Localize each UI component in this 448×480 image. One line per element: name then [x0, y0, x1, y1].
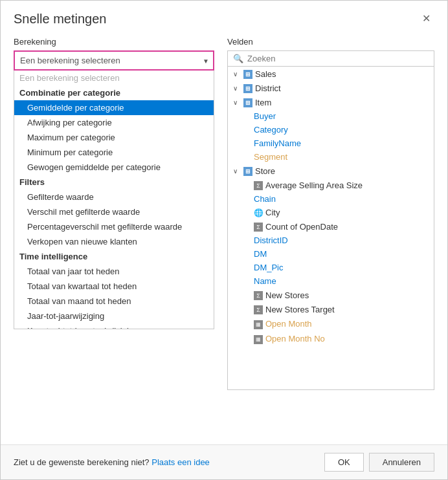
tree-label: FamilyName [254, 138, 301, 148]
tree-label: Category [254, 125, 288, 135]
list-item[interactable]: Minimum per categorie [14, 145, 214, 160]
tree-item[interactable]: ∨⊞Store [228, 164, 434, 178]
sigma-icon: Σ [254, 290, 263, 300]
tree-label: Open Month No [265, 334, 325, 344]
list-item[interactable]: Maximum per categorie [14, 130, 214, 145]
tree-label: DistrictID [254, 235, 288, 245]
tree-item[interactable]: 🌐City [228, 206, 434, 219]
list-item[interactable]: Totaal van maand tot heden [14, 294, 214, 309]
tree-label: Segment [254, 152, 287, 162]
tree-item[interactable]: ∨⊞Sales [228, 67, 434, 81]
list-item[interactable]: Jaar-tot-jaarwijziging [14, 309, 214, 323]
footer-link[interactable]: Plaats een idee [151, 457, 210, 467]
tree-label: Buyer [254, 111, 276, 121]
list-item[interactable]: Gemiddelde per categorie [14, 100, 214, 115]
list-item[interactable]: Afwijking per categorie [14, 115, 214, 130]
tree-item[interactable]: ∨⊞District [228, 81, 434, 95]
tree-item[interactable]: FamilyName [228, 136, 434, 150]
table-icon: ⊞ [243, 166, 252, 176]
tree-item[interactable]: ΣNew Stores [228, 288, 434, 302]
tree-item[interactable]: DM_Pic [228, 261, 434, 274]
tree-label: DM_Pic [254, 263, 284, 272]
tree-label: Open Month [265, 319, 312, 329]
tree-label: New Stores Target [265, 305, 335, 314]
tree-label: Chain [254, 194, 276, 204]
tree-label: DM [254, 249, 267, 259]
chevron-icon: ∨ [233, 71, 241, 78]
footer-text: Ziet u de gewenste berekening niet? Plaa… [14, 457, 210, 467]
tree-item[interactable]: ▦Open Month No [228, 331, 434, 346]
dialog-title: Snelle metingen [14, 12, 106, 27]
tree-item[interactable]: DM [228, 247, 434, 261]
search-input[interactable] [247, 54, 429, 63]
tree-item[interactable]: DistrictID [228, 234, 434, 247]
list-item: Een berekening selecteren [14, 71, 214, 85]
tree-label: Average Selling Area Size [265, 180, 363, 190]
dialog-header: Snelle metingen ✕ [1, 1, 447, 32]
tree-label: New Stores [265, 290, 309, 300]
close-button[interactable]: ✕ [418, 11, 434, 27]
list-item[interactable]: Gewogen gemiddelde per categorie [14, 160, 214, 175]
table-icon: ⊞ [243, 97, 252, 107]
fields-tree[interactable]: ∨⊞Sales∨⊞District∨⊞ItemBuyerCategoryFami… [227, 67, 434, 390]
tree-item[interactable]: ΣCount of OpenDate [228, 219, 434, 234]
right-panel: Velden 🔍 ∨⊞Sales∨⊞District∨⊞ItemBuyerCat… [227, 37, 434, 434]
chevron-icon: ∨ [233, 168, 241, 175]
berekening-list[interactable]: Een berekening selecterenCombinatie per … [14, 71, 214, 329]
tree-item[interactable]: Name [228, 274, 434, 288]
search-box: 🔍 [227, 50, 434, 67]
list-item[interactable]: Verschil met gefilterde waarde [14, 204, 214, 219]
sigma-icon: Σ [254, 221, 263, 232]
dialog: Snelle metingen ✕ Berekening Een bereken… [0, 0, 448, 480]
dialog-body: Berekening Een berekening selecteren ▼ E… [1, 32, 447, 444]
list-item[interactable]: Kwartaal-tot-kwartaalwijziging [14, 323, 214, 329]
dialog-footer: Ziet u de gewenste berekening niet? Plaa… [1, 444, 447, 479]
search-icon: 🔍 [233, 54, 243, 63]
footer-buttons: OK Annuleren [324, 453, 434, 472]
tree-label: Store [255, 166, 275, 176]
berekening-label: Berekening [14, 37, 214, 47]
tree-label: Item [255, 98, 271, 107]
list-item[interactable]: Gefilterde waarde [14, 190, 214, 204]
berekening-dropdown[interactable]: Een berekening selecteren [14, 50, 214, 71]
tree-label: City [265, 208, 280, 217]
tree-item[interactable]: ΣAverage Selling Area Size [228, 178, 434, 192]
globe-icon: 🌐 [254, 208, 263, 217]
list-item[interactable]: Totaal van jaar tot heden [14, 264, 214, 279]
date-icon: ▦ [254, 333, 263, 344]
tree-item[interactable]: ∨⊞Item [228, 95, 434, 109]
tree-label: Name [254, 276, 276, 286]
sigma-icon: Σ [254, 180, 263, 190]
velden-label: Velden [227, 37, 434, 47]
list-item[interactable]: Verkopen van nieuwe klanten [14, 234, 214, 249]
tree-item[interactable]: Category [228, 123, 434, 136]
list-item: Filters [14, 175, 214, 190]
tree-item[interactable]: Buyer [228, 109, 434, 123]
tree-item[interactable]: ΣNew Stores Target [228, 302, 434, 316]
date-icon: ▦ [254, 318, 263, 329]
table-icon: ⊞ [243, 83, 252, 93]
sigma-icon: Σ [254, 304, 263, 314]
tree-item[interactable]: ▦Open Month [228, 316, 434, 331]
chevron-icon: ∨ [233, 99, 241, 106]
tree-label: Count of OpenDate [265, 222, 338, 232]
tree-item[interactable]: Chain [228, 192, 434, 206]
tree-label: District [255, 83, 281, 93]
cancel-button[interactable]: Annuleren [369, 453, 434, 472]
chevron-icon: ∨ [233, 85, 241, 92]
tree-label: Sales [255, 69, 276, 79]
list-item: Time intelligence [14, 249, 214, 264]
list-item[interactable]: Percentageverschil met gefilterde waarde [14, 219, 214, 234]
table-icon: ⊞ [243, 69, 252, 79]
list-item[interactable]: Totaal van kwartaal tot heden [14, 279, 214, 294]
list-item: Combinatie per categorie [14, 85, 214, 100]
tree-item[interactable]: Segment [228, 150, 434, 164]
left-panel: Berekening Een berekening selecteren ▼ E… [14, 37, 214, 434]
ok-button[interactable]: OK [324, 453, 364, 472]
dropdown-wrapper: Een berekening selecteren ▼ [14, 50, 214, 71]
